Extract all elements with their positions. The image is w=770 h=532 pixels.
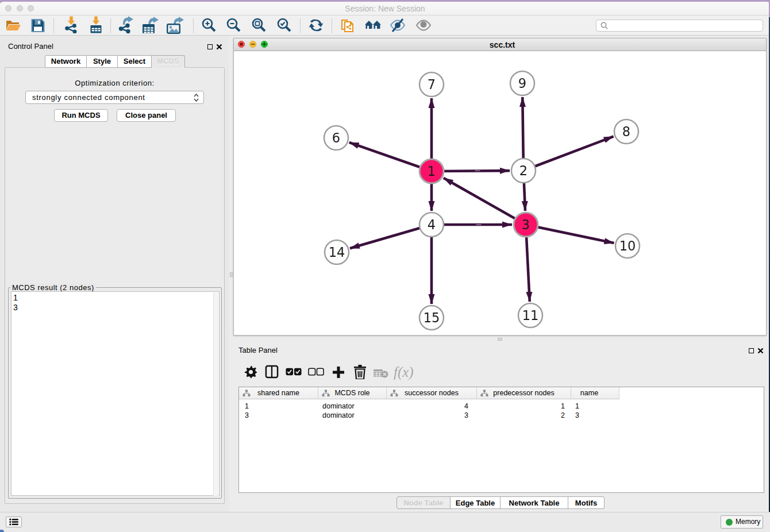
svg-text:4: 4 [428,217,436,232]
svg-text:11: 11 [522,308,539,323]
svg-text:1: 1 [428,164,436,179]
svg-text:14: 14 [329,245,345,260]
svg-text:3: 3 [522,217,530,232]
svg-text:10: 10 [619,238,636,253]
svg-text:6: 6 [332,130,340,145]
svg-text:7: 7 [428,77,436,92]
svg-text:9: 9 [518,76,526,91]
svg-text:8: 8 [622,124,630,139]
svg-text:2: 2 [519,163,528,178]
svg-text:15: 15 [424,310,440,325]
